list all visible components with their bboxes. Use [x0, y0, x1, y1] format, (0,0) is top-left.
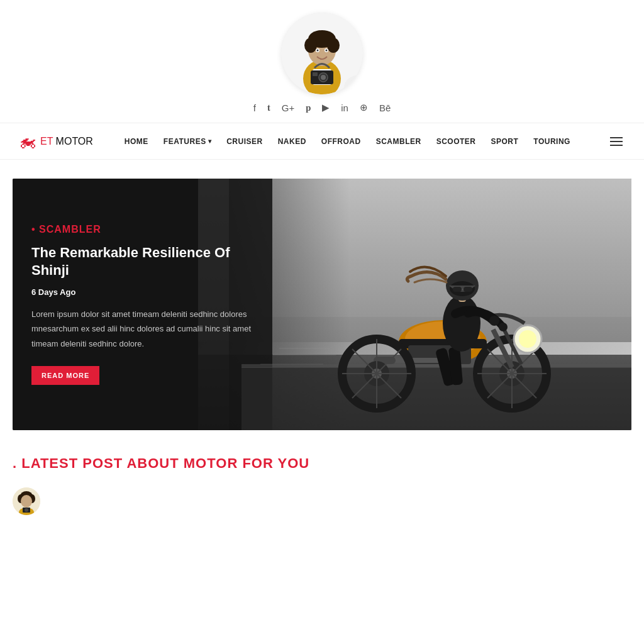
hamburger-menu-button[interactable]: [608, 135, 625, 148]
svg-rect-50: [464, 287, 472, 292]
svg-rect-12: [313, 72, 318, 76]
hero-image: [198, 179, 631, 430]
pinterest-icon[interactable]: 𝐩: [306, 102, 311, 113]
logo-text: ET MOTOR: [40, 136, 93, 147]
svg-point-62: [25, 508, 28, 512]
nav-home[interactable]: HOME: [118, 133, 155, 150]
latest-section: LATEST POST ABOUT MOTOR FOR YOU: [0, 430, 644, 528]
logo-motorcycle-icon: 🏍: [19, 131, 36, 152]
linkedin-icon[interactable]: in: [341, 103, 348, 113]
svg-point-43: [443, 295, 480, 352]
svg-point-9: [317, 50, 319, 52]
facebook-icon[interactable]: f: [253, 103, 256, 113]
main-nav: HOME FEATURES CRUISER NAKED OFFROAD SCAM…: [118, 133, 625, 150]
nav-sport[interactable]: SPORT: [485, 133, 525, 150]
post-author-row: [13, 487, 631, 515]
nav-offroad[interactable]: OFFROAD: [315, 133, 367, 150]
svg-rect-15: [242, 367, 631, 430]
svg-point-45: [499, 323, 508, 331]
youtube-icon[interactable]: ▶: [322, 102, 330, 113]
google-plus-icon[interactable]: G+: [282, 103, 294, 113]
svg-point-40: [519, 330, 536, 348]
nav-scooter[interactable]: SCOOTER: [430, 133, 482, 150]
nav-cruiser[interactable]: CRUISER: [220, 133, 269, 150]
profile-avatar-wrap: [281, 13, 363, 94]
site-logo[interactable]: 🏍 ET MOTOR: [19, 131, 93, 152]
hero-date: 6 Days Ago: [31, 287, 253, 297]
svg-rect-49: [453, 287, 462, 292]
nav-naked[interactable]: NAKED: [272, 133, 313, 150]
svg-point-6: [327, 38, 340, 53]
social-icons-bar: f 𝐭 G+ 𝐩 ▶ in ⊕ Bē: [253, 102, 391, 113]
author-avatar: [13, 487, 40, 515]
hero-category: SCAMBLER: [31, 224, 253, 235]
rss-icon[interactable]: ⊕: [360, 102, 368, 113]
twitter-icon[interactable]: 𝐭: [267, 102, 270, 113]
profile-area: f 𝐭 G+ 𝐩 ▶ in ⊕ Bē: [0, 0, 644, 119]
nav-scambler[interactable]: SCAMBLER: [370, 133, 428, 150]
svg-point-5: [304, 38, 317, 53]
svg-point-59: [21, 495, 32, 508]
nav-touring[interactable]: TOURING: [527, 133, 577, 150]
section-title: LATEST POST ABOUT MOTOR FOR YOU: [13, 455, 631, 472]
read-more-button[interactable]: READ MORE: [31, 366, 99, 385]
nav-features[interactable]: FEATURES: [157, 133, 218, 150]
svg-rect-16: [242, 364, 631, 368]
profile-avatar: [281, 13, 363, 94]
hero-banner: SCAMBLER The Remarkable Resilience Of Sh…: [13, 179, 631, 430]
hero-title: The Remarkable Resilience Of Shinji: [31, 244, 253, 280]
svg-point-14: [321, 75, 326, 80]
svg-point-44: [489, 316, 499, 326]
hero-content-left: SCAMBLER The Remarkable Resilience Of Sh…: [13, 179, 272, 430]
behance-icon[interactable]: Bē: [379, 103, 391, 113]
svg-point-10: [326, 50, 328, 52]
hero-excerpt: Lorem ipsum dolor sit amet timeam deleni…: [31, 307, 253, 351]
site-header: 🏍 ET MOTOR HOME FEATURES CRUISER NAKED O…: [0, 123, 644, 160]
